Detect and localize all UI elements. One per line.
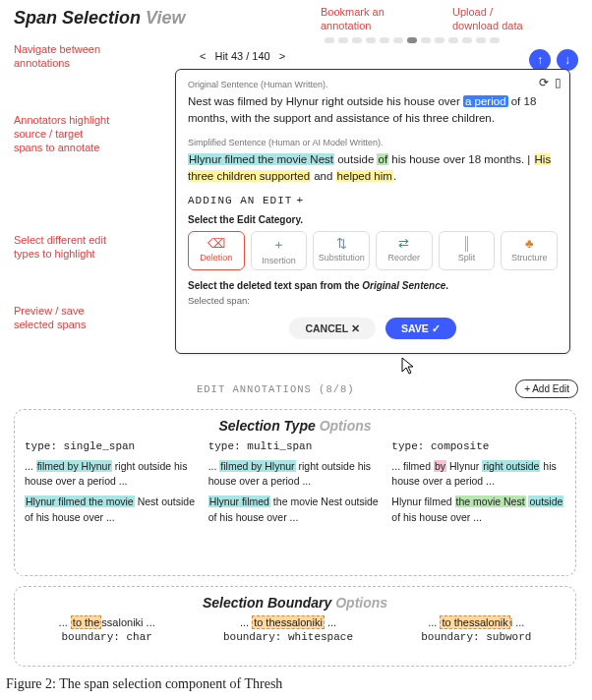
annotations-counter: EDIT ANNOTATIONS (8/8) — [197, 383, 355, 395]
hit-counter: Hit 43 / 140 — [214, 50, 269, 62]
adding-edit-header: ADDING AN EDIT + — [188, 195, 558, 206]
label-updown: Upload /download data — [452, 6, 523, 33]
plus-circle-icon: ＋ — [254, 236, 305, 254]
hit-nav: < Hit 43 / 140 > — [195, 50, 290, 62]
simplified-header: Simplified Sentence (Human or AI Model W… — [188, 138, 558, 147]
annotation-card: ⟳ ▯ Original Sentence (Human Written). N… — [175, 69, 570, 354]
progress-dots — [325, 37, 500, 43]
cursor-icon — [399, 356, 419, 376]
cat-insertion[interactable]: ＋Insertion — [251, 231, 308, 270]
original-sentence[interactable]: Nest was filmed by Hlynur right outside … — [188, 93, 558, 128]
plus-icon: + — [296, 195, 304, 206]
label-preview: Preview / saveselected spans — [14, 305, 86, 332]
simplified-sentence[interactable]: Hlynur filmed the movie Nest outside of … — [188, 151, 558, 186]
cat-split[interactable]: ║Split — [439, 231, 496, 270]
label-nav: Navigate betweenannotations — [14, 43, 100, 71]
page-title: Span Selection View — [14, 8, 185, 29]
select-category-label: Select the Edit Category. — [188, 214, 558, 225]
save-button[interactable]: SAVE ✓ — [385, 318, 456, 339]
structure-icon: ♣ — [503, 236, 555, 251]
selected-span-label: Selected span: — [188, 295, 558, 306]
original-header: Original Sentence (Human Written). — [188, 80, 558, 89]
selected-span[interactable]: a period — [463, 95, 508, 107]
cancel-button[interactable]: CANCEL ✕ — [289, 318, 375, 339]
figure-caption: Figure 2: The span selection component o… — [6, 676, 282, 692]
selection-type-panel: Selection Type Options type: single_span… — [14, 409, 576, 576]
download-button[interactable]: ↓ — [557, 49, 578, 71]
swap-icon: ⇅ — [316, 236, 367, 251]
prev-button[interactable]: < — [195, 50, 210, 62]
refresh-icon[interactable]: ⟳ — [539, 76, 549, 89]
bookmark-icon[interactable]: ▯ — [555, 76, 562, 89]
type-composite: type: composite — [391, 439, 565, 455]
next-button[interactable]: > — [274, 50, 290, 62]
boundary-whitespace: boundary: whitespace — [223, 631, 353, 643]
category-row: ⌫Deletion ＋Insertion ⇅Substitution ⇄Reor… — [188, 231, 558, 270]
cat-deletion[interactable]: ⌫Deletion — [188, 231, 245, 270]
cat-structure[interactable]: ♣Structure — [501, 231, 558, 270]
add-edit-button[interactable]: + Add Edit — [515, 379, 578, 398]
delete-icon: ⌫ — [191, 236, 242, 251]
selection-boundary-panel: Selection Boundary Options ... to thessa… — [14, 586, 576, 667]
cat-reorder[interactable]: ⇄Reorder — [376, 231, 433, 270]
type-multi-span: type: multi_span — [208, 439, 383, 455]
boundary-char: boundary: char — [59, 631, 155, 643]
label-bookmark: Bookmark anannotation — [321, 6, 385, 33]
instruction-text: Select the deleted text span from the Or… — [188, 280, 558, 291]
label-highlight: Annotators highlightsource / targetspans… — [14, 114, 109, 154]
cat-substitution[interactable]: ⇅Substitution — [313, 231, 370, 270]
boundary-subword: boundary: subword — [421, 631, 531, 643]
reorder-icon: ⇄ — [379, 236, 430, 251]
split-icon: ║ — [442, 236, 493, 251]
upload-button[interactable]: ↑ — [529, 49, 551, 71]
label-edittypes: Select different edittypes to highlight — [14, 234, 106, 262]
type-single-span: type: single_span — [25, 439, 199, 455]
